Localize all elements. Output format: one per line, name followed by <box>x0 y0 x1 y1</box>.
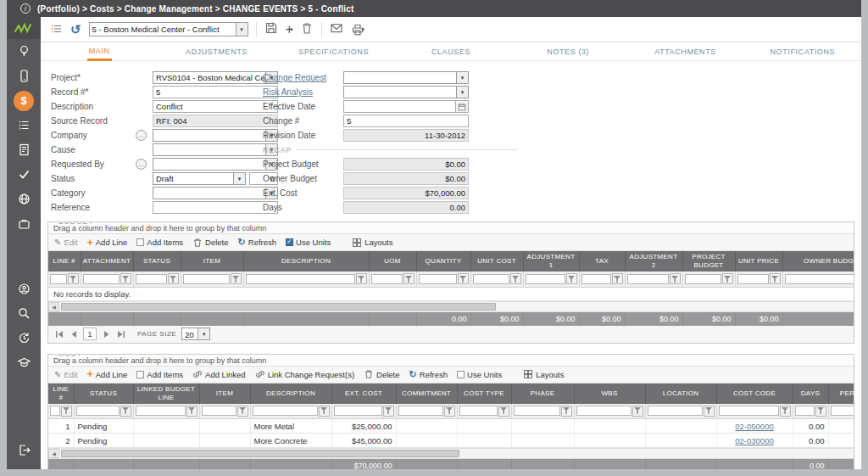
company-select[interactable]: ▾ <box>153 129 278 142</box>
cost-add-items-button[interactable]: Add Items <box>136 370 183 379</box>
cost-code-link[interactable]: 02-050000 <box>735 422 773 431</box>
column-header[interactable]: STATUS <box>74 384 133 404</box>
column-header[interactable]: DESCRIPTION <box>243 251 369 272</box>
column-header[interactable]: LINE # <box>48 251 81 272</box>
column-header[interactable]: ADJUSTMENT 1 <box>523 251 579 272</box>
cost-code-link[interactable]: 02-030000 <box>735 436 773 445</box>
cost-row-1[interactable]: 1 Pending More Metal $25,000.00 02-0500 <box>48 419 854 434</box>
filter-input[interactable] <box>576 406 632 416</box>
costs-dollar-icon[interactable]: $ <box>7 88 41 113</box>
column-header[interactable]: ITEM <box>199 384 250 404</box>
chevron-down-icon[interactable]: ▾ <box>361 26 364 33</box>
filter-input[interactable] <box>50 406 60 416</box>
filter-input[interactable] <box>473 274 509 284</box>
print-button[interactable]: ▾ <box>351 23 364 36</box>
menu-icon[interactable] <box>49 22 63 37</box>
company-lookup-button[interactable]: … <box>136 130 147 141</box>
filter-funnel-icon[interactable] <box>186 406 198 417</box>
cost-refresh-button[interactable]: ↻Refresh <box>409 370 448 379</box>
calendar-icon[interactable] <box>456 100 469 113</box>
filter-funnel-icon[interactable] <box>632 406 643 417</box>
briefcase-icon[interactable] <box>7 211 41 236</box>
add-button[interactable]: + ▾ <box>286 23 293 36</box>
filter-funnel-icon[interactable] <box>383 406 394 417</box>
filter-input[interactable] <box>627 274 669 284</box>
filter-input[interactable] <box>371 274 403 284</box>
filter-input[interactable] <box>581 274 611 284</box>
filter-funnel-icon[interactable] <box>120 273 131 284</box>
column-header[interactable]: UNIT COST <box>470 251 523 272</box>
filter-input[interactable] <box>831 406 854 416</box>
filter-funnel-icon[interactable] <box>704 406 715 417</box>
info-icon[interactable]: i <box>20 3 31 14</box>
filter-input[interactable] <box>253 406 318 416</box>
tab-notifications[interactable]: NOTIFICATIONS <box>744 42 861 60</box>
column-header[interactable]: EXT. COST <box>331 384 396 404</box>
mail-button[interactable] <box>330 21 343 38</box>
filter-funnel-icon[interactable] <box>237 406 248 417</box>
cost-layouts-button[interactable]: Layouts <box>523 369 564 379</box>
tab-main[interactable]: MAIN <box>41 42 158 60</box>
search-icon[interactable] <box>7 301 41 326</box>
checkbox-icon[interactable] <box>136 238 144 246</box>
cost-add-linked-button[interactable]: Add Linked <box>192 369 246 379</box>
filter-input[interactable] <box>50 274 67 284</box>
budget-group-drop-zone[interactable]: Drag a column header and drop it here to… <box>48 222 854 234</box>
tab-adjustments[interactable]: ADJUSTMENTS <box>158 42 275 60</box>
checkbox-icon[interactable] <box>136 371 144 378</box>
column-header[interactable]: UOM <box>369 251 416 272</box>
filter-input[interactable] <box>459 406 498 416</box>
scrollbar-thumb[interactable] <box>61 450 459 457</box>
column-header[interactable]: DESCRIPTION <box>250 384 331 404</box>
filter-input[interactable] <box>136 406 186 416</box>
page-size-select[interactable]: 20▾ <box>181 328 210 340</box>
tab-attachments[interactable]: ATTACHMENTS <box>626 42 743 60</box>
filter-funnel-icon[interactable] <box>566 273 577 284</box>
column-header[interactable]: STATUS <box>133 251 181 272</box>
scrollbar-thumb[interactable] <box>61 303 496 311</box>
column-header[interactable]: UNIT PRICE <box>735 251 782 272</box>
filter-funnel-icon[interactable] <box>168 273 179 284</box>
mobile-icon[interactable] <box>7 64 41 88</box>
filter-input[interactable] <box>648 406 703 416</box>
column-header[interactable]: ITEM <box>181 251 243 272</box>
budget-add-items-button[interactable]: Add Items <box>136 238 183 247</box>
chevron-down-icon[interactable]: ▾ <box>198 328 209 339</box>
column-header[interactable]: LINE # <box>48 384 74 404</box>
filter-funnel-icon[interactable] <box>120 406 131 417</box>
horizontal-scrollbar[interactable]: ◀▶ <box>48 448 854 459</box>
filter-input[interactable] <box>719 406 779 416</box>
column-header[interactable]: DAYS <box>793 384 828 404</box>
filter-input[interactable] <box>685 274 721 284</box>
filter-input[interactable] <box>737 274 769 284</box>
budget-add-line-button[interactable]: +Add Line <box>87 238 128 248</box>
column-header[interactable]: COMMITMENT <box>396 384 457 404</box>
filter-input[interactable] <box>785 274 854 284</box>
column-header[interactable]: LOCATION <box>645 384 716 404</box>
filter-input[interactable] <box>334 406 382 416</box>
globe-icon[interactable] <box>7 187 41 211</box>
column-header[interactable]: ATTACHMENT <box>81 251 133 272</box>
next-page-button[interactable] <box>100 328 113 340</box>
chevron-down-icon[interactable]: ▾ <box>456 72 468 83</box>
tasks-check-icon[interactable] <box>7 162 41 187</box>
app-logo[interactable] <box>7 17 41 39</box>
column-header[interactable]: ADJUSTMENT 2 <box>625 251 682 272</box>
logout-icon[interactable] <box>7 438 41 462</box>
filter-input[interactable] <box>398 406 443 416</box>
filter-funnel-icon[interactable] <box>612 273 623 284</box>
filter-funnel-icon[interactable] <box>356 273 367 284</box>
horizontal-scrollbar[interactable]: ◀▶ <box>48 301 854 312</box>
scroll-left-icon[interactable]: ◀ <box>48 302 59 311</box>
filter-funnel-icon[interactable] <box>403 273 415 284</box>
last-page-button[interactable] <box>114 328 127 340</box>
filter-input[interactable] <box>514 406 560 416</box>
delete-button[interactable] <box>300 21 314 38</box>
description-field[interactable] <box>153 100 278 113</box>
filter-funnel-icon[interactable] <box>319 406 330 417</box>
filter-funnel-icon[interactable] <box>510 273 521 284</box>
budget-edit-button[interactable]: ✎Edit <box>54 238 78 247</box>
lightbulb-icon[interactable] <box>7 39 41 64</box>
budget-delete-button[interactable]: Delete <box>192 238 228 248</box>
prev-page-button[interactable] <box>67 328 80 340</box>
